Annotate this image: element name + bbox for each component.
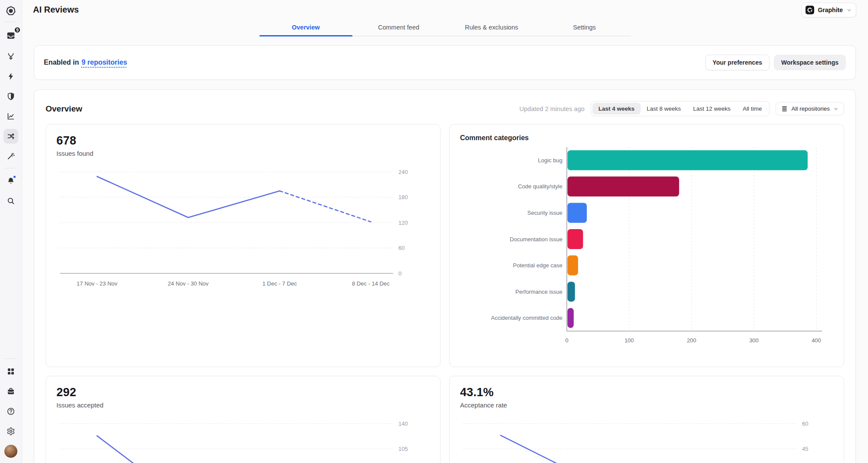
tab-overview[interactable]: Overview (260, 19, 352, 36)
svg-text:180: 180 (398, 194, 408, 200)
your-preferences-button[interactable]: Your preferences (705, 55, 769, 70)
svg-text:24 Nov - 30 Nov: 24 Nov - 30 Nov (168, 280, 209, 287)
enabled-banner: Enabled in9 repositories Your preference… (34, 45, 856, 80)
graphite-logo-icon (5, 5, 16, 16)
sidebar-item-profile[interactable] (3, 444, 18, 459)
repository-filter-label: All repositories (791, 105, 830, 112)
svg-text:45: 45 (802, 446, 808, 452)
issues-accepted-chart: 14010570350 (56, 413, 430, 463)
inbox-icon (6, 31, 16, 40)
comment-categories-svg: 0100200300400Logic bugCode quality/style… (460, 144, 833, 352)
svg-text:Potential edge case: Potential edge case (513, 262, 562, 269)
acceptance-rate-label: Acceptance rate (460, 401, 833, 409)
svg-text:Code quality/style: Code quality/style (518, 183, 562, 190)
svg-text:140: 140 (398, 420, 408, 427)
svg-text:1 Dec - 7 Dec: 1 Dec - 7 Dec (263, 280, 297, 287)
overview-controls: Updated 2 minutes ago Last 4 weeks Last … (519, 101, 844, 116)
filter-last-12-weeks[interactable]: Last 12 weeks (687, 103, 736, 115)
user-avatar (4, 445, 17, 458)
sidebar-item-insights[interactable] (3, 109, 18, 124)
chevron-down-icon (846, 7, 852, 13)
repo-stack-icon (781, 105, 788, 112)
acceptance-rate-value: 43.1% (460, 386, 833, 399)
svg-text:17 Nov - 23 Nov: 17 Nov - 23 Nov (77, 280, 118, 287)
sidebar: 9 (0, 0, 22, 463)
page-title: AI Reviews (33, 5, 79, 15)
issues-found-card: 678 Issues found 24018012060017 Nov - 23… (46, 124, 441, 367)
lightning-icon (7, 72, 15, 81)
time-range-filter: Last 4 weeks Last 8 weeks Last 12 weeks … (591, 101, 770, 116)
tab-comment-feed[interactable]: Comment feed (352, 19, 445, 36)
tab-bar: Overview Comment feed Rules & exclusions… (260, 19, 631, 36)
svg-text:Logic bug: Logic bug (538, 157, 562, 164)
sidebar-item-merge[interactable] (3, 49, 18, 64)
sidebar-divider (5, 358, 17, 359)
sidebar-item-help[interactable] (3, 404, 18, 419)
comment-categories-card: Comment categories 0100200300400Logic bu… (449, 124, 844, 367)
svg-text:120: 120 (398, 220, 408, 226)
svg-text:0: 0 (398, 270, 401, 277)
issues-accepted-svg: 14010570350 (56, 413, 430, 463)
svg-text:Documentation issue: Documentation issue (510, 236, 562, 243)
workspace-switcher[interactable]: Graphite (802, 3, 856, 17)
updated-timestamp: Updated 2 minutes ago (519, 105, 585, 112)
issues-accepted-value: 292 (56, 386, 430, 399)
briefcase-icon (7, 387, 15, 396)
sidebar-item-settings[interactable] (3, 424, 18, 439)
issues-found-label: Issues found (56, 150, 430, 157)
filter-last-4-weeks[interactable]: Last 4 weeks (592, 103, 641, 115)
issues-found-svg: 24018012060017 Nov - 23 Nov24 Nov - 30 N… (56, 161, 430, 297)
stats-grid: 678 Issues found 24018012060017 Nov - 23… (46, 124, 844, 463)
grid-icon (7, 367, 15, 376)
repository-filter-dropdown[interactable]: All repositories (776, 102, 844, 115)
acceptance-rate-chart: 604530150 (460, 413, 833, 463)
sidebar-item-apps[interactable] (3, 364, 18, 379)
svg-text:60: 60 (398, 245, 404, 251)
enabled-text: Enabled in9 repositories (44, 59, 127, 66)
notification-dot (13, 175, 16, 179)
inbox-badge: 9 (14, 26, 21, 33)
tab-settings[interactable]: Settings (538, 19, 631, 36)
help-icon (7, 407, 15, 416)
filter-last-8-weeks[interactable]: Last 8 weeks (641, 103, 687, 115)
comment-categories-title: Comment categories (460, 134, 833, 142)
sidebar-item-search[interactable] (3, 194, 18, 208)
svg-text:200: 200 (687, 337, 697, 344)
sidebar-divider (5, 22, 17, 22)
merge-icon (7, 52, 15, 61)
line-chart-icon (7, 112, 15, 121)
workspace-name: Graphite (818, 7, 843, 13)
sidebar-item-automations[interactable] (3, 149, 18, 164)
chevron-down-icon (833, 106, 838, 112)
magic-wand-icon (7, 152, 15, 161)
sidebar-item-ai-reviews[interactable] (3, 129, 18, 144)
acceptance-rate-card: 43.1% Acceptance rate 604530150 (449, 376, 844, 463)
overview-header: Overview Updated 2 minutes ago Last 4 we… (46, 101, 844, 116)
issues-found-chart: 24018012060017 Nov - 23 Nov24 Nov - 30 N… (56, 161, 430, 299)
sidebar-item-workspace[interactable] (3, 384, 18, 399)
svg-text:100: 100 (625, 337, 634, 344)
svg-text:105: 105 (398, 446, 408, 452)
svg-text:8 Dec - 14 Dec: 8 Dec - 14 Dec (352, 280, 390, 287)
repositories-link[interactable]: 9 repositories (82, 59, 127, 66)
sidebar-item-security[interactable] (3, 89, 18, 104)
sidebar-item-notifications[interactable] (3, 174, 18, 188)
acceptance-rate-svg: 604530150 (460, 413, 833, 463)
svg-text:0: 0 (565, 337, 568, 344)
issues-accepted-card: 292 Issues accepted 14010570350 (46, 376, 441, 463)
sidebar-item-flash[interactable] (3, 69, 18, 84)
search-icon (7, 197, 15, 205)
main-content: AI Reviews Graphite Overview Comment fee… (22, 0, 868, 463)
comment-categories-chart: 0100200300400Logic bugCode quality/style… (460, 144, 833, 354)
svg-text:Accidentally committed code: Accidentally committed code (491, 315, 562, 321)
svg-text:300: 300 (749, 337, 759, 344)
issues-accepted-label: Issues accepted (56, 401, 430, 409)
graphite-logo[interactable] (3, 3, 18, 18)
banner-actions: Your preferences Workspace settings (705, 55, 846, 70)
enabled-prefix: Enabled in (44, 59, 79, 66)
shield-icon (7, 92, 15, 101)
workspace-settings-button[interactable]: Workspace settings (774, 55, 846, 70)
tab-rules-exclusions[interactable]: Rules & exclusions (445, 19, 538, 36)
filter-all-time[interactable]: All time (736, 103, 768, 115)
sidebar-item-inbox[interactable]: 9 (3, 28, 18, 43)
